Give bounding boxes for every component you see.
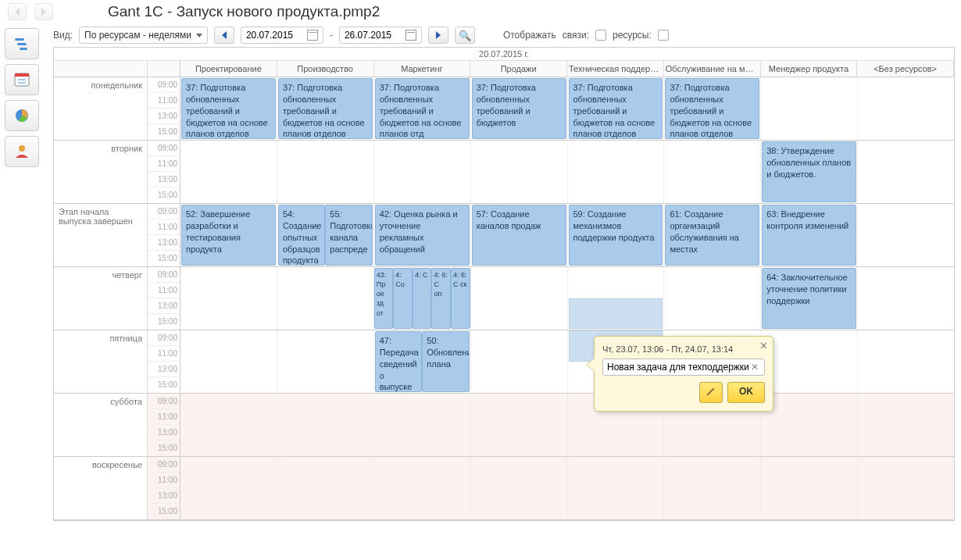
grid-cell[interactable] — [471, 141, 568, 203]
grid-cell[interactable] — [858, 457, 954, 519]
grid-cell[interactable] — [568, 267, 665, 330]
side-gantt-button[interactable] — [5, 28, 39, 59]
calendar-picker-icon[interactable] — [405, 30, 416, 41]
links-checkbox[interactable] — [595, 30, 606, 41]
grid-cell[interactable] — [374, 457, 471, 519]
grid-cell[interactable] — [277, 141, 374, 203]
grid-cell[interactable] — [180, 330, 277, 393]
task-block[interactable]: 4: Со — [393, 268, 413, 329]
resources-checkbox[interactable] — [658, 30, 669, 41]
popup-close-button[interactable]: ✕ — [759, 340, 768, 351]
grid-cell[interactable]: 37: Подготовка обновленных требований и … — [374, 77, 471, 140]
task-block[interactable]: 52: Завершение разработки и тестирования… — [181, 205, 276, 266]
grid-cell[interactable]: 42: Оценка рынка и уточнение рекламных о… — [374, 204, 471, 266]
grid-cell[interactable]: 47: Передача сведений о выпуске прод50: … — [374, 330, 471, 393]
grid-cell[interactable] — [761, 457, 858, 519]
selection-block[interactable] — [569, 298, 663, 329]
grid-cell[interactable] — [568, 141, 665, 203]
grid-cell[interactable]: 37: Подготовка обновленных требований и … — [568, 77, 665, 140]
grid-cell[interactable] — [374, 141, 471, 203]
grid-cell[interactable]: 38: Утверждение обновленных планов и бюд… — [761, 141, 858, 203]
grid-cell[interactable] — [761, 394, 858, 456]
task-block[interactable]: 37: Подготовка обновленных требований и … — [665, 78, 759, 139]
grid-cell[interactable] — [471, 267, 568, 330]
grid-cell[interactable]: 37: Подготовка обновленных требований и … — [664, 77, 761, 140]
grid-cell[interactable] — [471, 394, 568, 456]
task-block[interactable]: 37: Подготовка обновленных требований и … — [569, 78, 663, 139]
task-block[interactable]: 55: Подготовка канала распреде — [325, 205, 372, 266]
grid-cell[interactable]: 61: Создание организаций обслуживания на… — [664, 204, 761, 266]
side-user-button[interactable] — [5, 136, 39, 167]
date-next-button[interactable] — [428, 27, 448, 44]
grid-cell[interactable] — [858, 204, 954, 266]
grid-cell[interactable] — [664, 267, 761, 330]
grid-cell[interactable]: 37: Подготовка обновленных требований и … — [471, 77, 568, 140]
task-block[interactable]: 63: Внедрение контроля изменений — [762, 205, 856, 266]
resource-header[interactable]: <Без ресурсов> — [857, 61, 954, 77]
grid-cell[interactable]: 37: Подготовка обновленных требований и … — [180, 77, 277, 140]
date-to-field[interactable] — [345, 30, 401, 41]
grid-cell[interactable] — [180, 457, 277, 519]
task-block[interactable]: 43: Пр ое зд от — [374, 268, 394, 329]
grid-cell[interactable]: 37: Подготовка обновленных требований и … — [277, 77, 374, 140]
grid-cell[interactable]: 43: Пр ое зд от4: Со4: С4: 6: С оп4: 6: … — [374, 267, 471, 330]
task-block[interactable]: 4: 6: С ск — [451, 268, 470, 329]
grid-cell[interactable]: 64: Заключительное уточнение политики по… — [761, 267, 858, 330]
grid-cell[interactable] — [180, 141, 277, 203]
task-block[interactable]: 50: Обновление плана — [422, 331, 469, 392]
task-block[interactable]: 37: Подготовка обновленных требований и … — [181, 78, 276, 139]
grid-cell[interactable] — [277, 330, 374, 393]
date-to-input[interactable] — [339, 27, 422, 44]
task-block[interactable]: 57: Создание каналов продаж — [472, 205, 566, 266]
resource-header[interactable]: Обслуживание на местах — [664, 61, 761, 77]
grid-cell[interactable] — [858, 330, 954, 393]
grid-cell[interactable] — [374, 394, 471, 456]
popup-ok-button[interactable]: OK — [727, 382, 765, 403]
grid-cell[interactable]: 63: Внедрение контроля изменений — [761, 204, 858, 266]
date-from-input[interactable] — [241, 27, 323, 44]
resource-header[interactable]: Продажи — [470, 61, 567, 77]
task-block[interactable]: 38: Утверждение обновленных планов и бюд… — [762, 141, 856, 202]
grid-cell[interactable] — [858, 77, 954, 140]
grid-cell[interactable] — [277, 457, 374, 519]
task-block[interactable]: 42: Оценка рынка и уточнение рекламных о… — [375, 205, 470, 266]
task-block[interactable]: 54: Создание опытных образцов продукта — [278, 205, 325, 266]
new-task-name-input[interactable] — [607, 362, 749, 373]
grid-cell[interactable] — [568, 457, 665, 519]
task-block[interactable]: 37: Подготовка обновленных требований и … — [375, 78, 470, 139]
resource-header[interactable]: Проектирование — [180, 61, 277, 77]
resource-header[interactable]: Маркетинг — [374, 61, 471, 77]
grid-cell[interactable] — [858, 394, 954, 456]
grid-cell[interactable] — [664, 457, 761, 519]
date-prev-button[interactable] — [214, 27, 234, 44]
date-from-field[interactable] — [246, 30, 302, 41]
zoom-button[interactable] — [455, 27, 475, 44]
task-block[interactable]: 64: Заключительное уточнение политики по… — [762, 268, 856, 329]
popup-edit-button[interactable] — [699, 382, 723, 403]
grid-cell[interactable] — [761, 77, 858, 140]
grid-cell[interactable] — [664, 141, 761, 203]
task-block[interactable]: 4: С — [413, 268, 432, 329]
task-block[interactable]: 59: Создание механизмов поддержки продук… — [569, 205, 663, 266]
nav-back-button[interactable] — [8, 3, 27, 20]
side-calendar-button[interactable] — [5, 64, 39, 95]
resource-header[interactable]: Техническая поддержка — [567, 61, 664, 77]
grid-cell[interactable] — [277, 394, 374, 456]
grid-cell[interactable] — [471, 457, 568, 519]
grid-cell[interactable] — [180, 267, 277, 330]
nav-forward-button[interactable] — [34, 3, 53, 20]
input-clear-button[interactable]: ✕ — [749, 362, 760, 373]
grid-cell[interactable] — [858, 141, 954, 203]
grid-cell[interactable]: 52: Завершение разработки и тестирования… — [180, 204, 277, 266]
grid-cell[interactable]: 54: Создание опытных образцов продукта55… — [277, 204, 374, 266]
view-select[interactable]: По ресурсам - неделями — [79, 27, 208, 44]
grid-cell[interactable] — [858, 267, 954, 330]
resource-header[interactable]: Производство — [277, 61, 374, 77]
task-block[interactable]: 37: Подготовка обновленных требований и … — [278, 78, 373, 139]
grid-cell[interactable]: 57: Создание каналов продаж — [471, 204, 568, 266]
grid-cell[interactable] — [471, 330, 568, 393]
task-block[interactable]: 61: Создание организаций обслуживания на… — [665, 205, 759, 266]
side-chart-button[interactable] — [5, 100, 39, 131]
task-block[interactable]: 4: 6: С оп — [431, 268, 451, 329]
grid-cell[interactable] — [180, 394, 277, 456]
